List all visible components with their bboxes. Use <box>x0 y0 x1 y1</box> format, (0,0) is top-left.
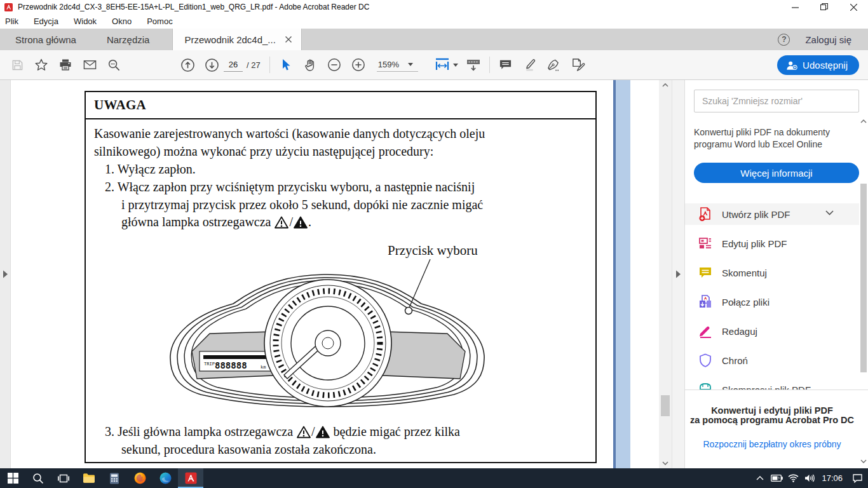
tool-search-input[interactable] <box>694 90 859 112</box>
tab-home[interactable]: Strona główna <box>0 29 92 50</box>
tool-protect[interactable]: Chroń <box>685 349 859 371</box>
task-view-icon <box>58 473 69 484</box>
action-center-button[interactable] <box>849 468 865 488</box>
search-icon <box>107 58 121 72</box>
chevron-down-icon[interactable] <box>825 210 834 215</box>
search-icon <box>32 473 44 484</box>
tab-tools[interactable]: Narzędzia <box>92 29 165 50</box>
document-area: UWAGA Kasowanie zarejestrowanych wartośc… <box>0 80 868 468</box>
warning-triangle-outline-icon <box>275 216 288 229</box>
save-button[interactable] <box>5 53 29 76</box>
tool-redact[interactable]: Redaguj <box>685 320 859 342</box>
help-button[interactable]: ? <box>778 34 790 46</box>
pdf-page: UWAGA Kasowanie zarejestrowanych wartośc… <box>11 80 659 468</box>
envelope-icon <box>83 58 97 71</box>
search-button[interactable] <box>102 53 126 76</box>
scrollbar-thumb[interactable] <box>661 395 670 416</box>
tray-expand-button[interactable] <box>752 468 768 488</box>
expand-left-panel-icon[interactable] <box>3 270 8 278</box>
combine-files-icon <box>698 294 713 309</box>
tab-close-icon[interactable] <box>285 36 292 43</box>
zoom-in-button[interactable] <box>346 53 370 76</box>
firefox-button[interactable] <box>127 468 153 488</box>
free-trial-link[interactable]: Rozpocznij bezpłatny okres próbny <box>685 439 859 449</box>
tool-edit-pdf[interactable]: Edytuj plik PDF <box>685 233 859 254</box>
sidebar-scrollbar[interactable] <box>859 118 868 468</box>
comment-tool-icon <box>698 265 713 280</box>
minimize-button[interactable] <box>780 0 810 14</box>
highlighter-icon <box>522 58 537 72</box>
scroll-down-arrow[interactable] <box>860 459 867 463</box>
note-step-1: 1. Wyłącz zapłon. <box>105 162 196 177</box>
file-explorer-button[interactable] <box>76 468 102 488</box>
taskbar-search-button[interactable] <box>25 468 51 488</box>
start-button[interactable] <box>0 468 25 488</box>
chevron-up-icon <box>756 476 764 480</box>
close-button[interactable] <box>839 0 868 14</box>
battery-indicator[interactable] <box>768 468 785 488</box>
page-number-input[interactable] <box>224 58 243 72</box>
edge-button[interactable] <box>153 468 178 488</box>
favorites-button[interactable] <box>29 53 53 76</box>
highlight-button[interactable] <box>518 53 542 76</box>
calculator-icon <box>109 473 119 484</box>
instrument-cluster-diagram: Przycisk wyboru TRIP 888888 km <box>166 240 497 422</box>
share-button-label: Udostępnij <box>803 60 848 71</box>
scroll-up-arrow[interactable] <box>659 80 672 90</box>
page-display-button[interactable] <box>461 53 485 76</box>
scroll-up-arrow[interactable] <box>860 119 867 123</box>
warning-triangle-filled-icon <box>316 426 330 438</box>
tool-comment[interactable]: Skomentuj <box>685 262 859 283</box>
toolbar-divider <box>269 57 270 73</box>
note-text-line: silnikowego) można wykonać przy użyciu n… <box>94 144 433 159</box>
compress-pdf-icon <box>698 382 713 390</box>
expand-tools-panel-icon[interactable] <box>675 270 681 278</box>
tab-document[interactable]: Przewodnik 2dc4d_... <box>172 29 301 50</box>
tool-compress-pdf[interactable]: Skompresuj plik PDF <box>685 379 859 390</box>
comment-button[interactable] <box>494 53 518 76</box>
select-tool-button[interactable] <box>274 53 298 76</box>
hand-tool-button[interactable] <box>298 53 322 76</box>
task-view-button[interactable] <box>51 468 76 488</box>
shield-icon <box>698 353 713 368</box>
note-step-2: 2. Włącz zapłon przy wciśniętym przycisk… <box>105 180 475 194</box>
left-panel-strip <box>0 80 11 468</box>
system-tray: 17:06 <box>752 468 868 488</box>
sign-in-link[interactable]: Zaloguj się <box>805 34 851 45</box>
odometer-value: 888888 <box>215 360 247 370</box>
document-scrollbar[interactable] <box>659 80 672 468</box>
scrollbar-thumb[interactable] <box>860 184 867 372</box>
calculator-button[interactable] <box>102 468 127 488</box>
email-button[interactable] <box>78 53 102 76</box>
print-button[interactable] <box>53 53 78 76</box>
wifi-indicator[interactable] <box>785 468 801 488</box>
tool-create-pdf[interactable]: Utwórz plik PDF <box>685 203 859 225</box>
scroll-down-arrow[interactable] <box>659 458 672 468</box>
zoom-level-dropdown[interactable]: 159% <box>377 58 418 72</box>
page-display-icon <box>466 58 481 72</box>
cursor-icon <box>280 58 292 71</box>
menu-widok[interactable]: Widok <box>66 14 104 29</box>
tool-label: Skompresuj plik PDF <box>722 384 811 390</box>
title-bar: Przewodnik 2dc4d_CX-3_8EH5-EE-15A+L-PL_E… <box>0 0 868 14</box>
next-page-button[interactable] <box>200 53 224 76</box>
zoom-out-button[interactable] <box>322 53 346 76</box>
tool-combine-files[interactable]: Połącz pliki <box>685 291 859 313</box>
clock[interactable]: 17:06 <box>822 473 843 483</box>
toolbar-divider <box>489 57 490 73</box>
menu-pomoc[interactable]: Pomoc <box>139 14 180 29</box>
fill-sign-button[interactable] <box>542 53 566 76</box>
menu-plik[interactable]: Plik <box>0 14 26 29</box>
more-info-button[interactable]: Więcej informacji <box>694 163 859 183</box>
menu-okno[interactable]: Okno <box>104 14 139 29</box>
previous-page-button[interactable] <box>175 53 200 76</box>
battery-charging-icon <box>771 475 783 482</box>
restore-button[interactable] <box>810 0 839 14</box>
acrobat-taskbar-button[interactable] <box>178 468 203 488</box>
comment-bubble-icon <box>499 58 512 71</box>
menu-edycja[interactable]: Edycja <box>26 14 66 29</box>
fit-width-button[interactable] <box>432 53 461 76</box>
volume-indicator[interactable] <box>801 468 818 488</box>
share-button[interactable]: Udostępnij <box>777 55 859 75</box>
more-tools-button[interactable] <box>566 53 590 76</box>
